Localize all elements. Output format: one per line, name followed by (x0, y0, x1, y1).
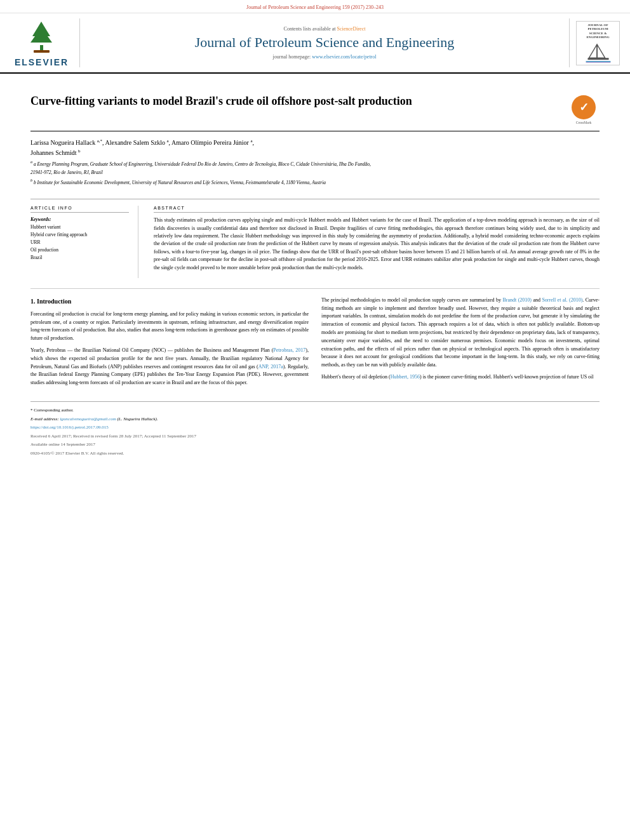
available-line: Available online 14 September 2017 (30, 441, 600, 448)
article-title-section: Curve-fitting variants to model Brazil's… (30, 84, 600, 131)
hubbert-link[interactable]: Hubbert, 1956 (391, 374, 420, 380)
body-text: 1. Introduction Forecasting oil producti… (30, 288, 600, 391)
crossmark-badge[interactable]: ✓ CrossMark (568, 94, 600, 126)
corresponding-author-note: * Corresponding author. (30, 407, 600, 414)
crossmark-check-icon: ✓ (579, 100, 589, 114)
article-info-abstract: ARTICLE INFO Keywords: Hubbert variant H… (30, 199, 600, 278)
copyright-line: 0920-4105/© 2017 Elsevier B.V. All right… (30, 450, 600, 457)
affiliation1b: 21941-972, Rio de Janeiro, RJ, Brazil (30, 170, 600, 177)
brandt-link[interactable]: Brandt (2010) (502, 297, 532, 303)
keyword-1: Hubbert variant (30, 223, 129, 231)
journal-logo-section: JOURNAL OFPETROLEUMSCIENCE &ENGINEERING (569, 18, 620, 67)
abstract-section: ABSTRACT This study estimates oil produc… (154, 206, 600, 272)
doi-line: https://doi.org/10.1016/j.petrol.2017.09… (30, 424, 600, 431)
section1-title: 1. Introduction (30, 297, 309, 307)
journal-homepage: journal homepage: www.elsevier.com/locat… (273, 54, 377, 60)
main-content: Curve-fitting variants to model Brazil's… (0, 74, 630, 469)
footnote-star: * Corresponding author. (30, 408, 74, 413)
journal-header-center: Contents lists available at ScienceDirec… (86, 18, 563, 67)
email-note: E-mail address: lgoncalvenogueira@gmail.… (30, 416, 600, 423)
journal-title: Journal of Petroleum Science and Enginee… (195, 34, 455, 51)
anp-link[interactable]: ANP, 2017a (258, 364, 283, 370)
journal-logo-icon (582, 41, 614, 63)
author-email[interactable]: lgoncalvenogueira@gmail.com (60, 417, 116, 422)
footer-section: * Corresponding author. E-mail address: … (30, 401, 600, 457)
keyword-5: Brazil (30, 254, 129, 262)
crossmark-label: CrossMark (576, 121, 591, 124)
petrobras-link[interactable]: Petrobras, 2017 (273, 347, 305, 353)
sciencedirect-link[interactable]: ScienceDirect (337, 26, 366, 32)
crossmark-circle: ✓ (572, 95, 596, 119)
abstract-text: This study estimates oil production curv… (154, 217, 600, 272)
authors-names2: Johannes Schmidt b (30, 149, 81, 156)
page: Journal of Petroleum Science and Enginee… (0, 0, 630, 840)
body-col-left: 1. Introduction Forecasting oil producti… (30, 297, 309, 391)
journal-logo-box: JOURNAL OFPETROLEUMSCIENCE &ENGINEERING (576, 21, 620, 65)
authors-line2: Johannes Schmidt b (30, 147, 600, 157)
svg-rect-6 (587, 58, 608, 60)
received-line: Received 6 April 2017; Received in revis… (30, 433, 600, 440)
body-col-right: The principal methodologies to model oil… (321, 297, 600, 391)
keyword-4: Oil production (30, 246, 129, 254)
email-label: E-mail address: (30, 417, 59, 422)
abstract-column: ABSTRACT This study estimates oil produc… (154, 206, 600, 278)
elsevier-logo-section: ELSEVIER (10, 18, 80, 67)
authors-section: Larissa Nogueira Hallack a,*, Alexandre … (30, 131, 600, 190)
article-info-header: ARTICLE INFO (30, 206, 129, 213)
body-p2: Yearly, Petrobras — the Brazilian Nation… (30, 347, 309, 387)
body-p1: Forecasting oil production is crucial fo… (30, 310, 309, 343)
affiliation2: b b Institute for Sustainable Economic D… (30, 178, 600, 186)
elsevier-logo: ELSEVIER (15, 18, 69, 67)
keyword-3: URR (30, 239, 129, 246)
article-title: Curve-fitting variants to model Brazil's… (30, 94, 412, 109)
affiliation1: a a Energy Planning Program, Graduate Sc… (30, 159, 600, 168)
journal-reference: Journal of Petroleum Science and Enginee… (246, 4, 384, 10)
elsevier-label: ELSEVIER (15, 57, 69, 67)
keywords-list: Hubbert variant Hybrid curve fitting app… (30, 223, 129, 262)
keyword-2: Hybrid curve fitting approach (30, 231, 129, 239)
homepage-label: journal homepage: (273, 54, 311, 60)
article-info-section: ARTICLE INFO Keywords: Hubbert variant H… (30, 206, 129, 262)
email-person: (L. Nogueira Hallack). (117, 417, 158, 422)
elsevier-tree-icon (21, 18, 62, 55)
svg-rect-4 (596, 44, 598, 57)
contents-text: Contents lists available at (284, 26, 336, 32)
article-info-column: ARTICLE INFO Keywords: Hubbert variant H… (30, 206, 138, 278)
doi-link[interactable]: https://doi.org/10.1016/j.petrol.2017.09… (30, 425, 109, 430)
journal-reference-bar: Journal of Petroleum Science and Enginee… (0, 0, 630, 13)
sciencedirect-line: Contents lists available at ScienceDirec… (284, 26, 366, 32)
abstract-header: ABSTRACT (154, 206, 600, 213)
homepage-url[interactable]: www.elsevier.com/locate/petrol (312, 54, 376, 60)
body-p3: The principal methodologies to model oil… (321, 297, 600, 370)
sorrell-link[interactable]: Sorrell et al. (2010) (542, 297, 582, 303)
body-p4: Hubbert's theory of oil depletion (Hubbe… (321, 373, 600, 382)
logo-title: JOURNAL OFPETROLEUMSCIENCE &ENGINEERING (586, 23, 609, 40)
authors-names: Larissa Nogueira Hallack a,*, Alexandre … (30, 139, 254, 146)
journal-header: ELSEVIER Contents lists available at Sci… (0, 13, 630, 74)
keywords-label: Keywords: (30, 217, 129, 222)
authors-line1: Larissa Nogueira Hallack a,*, Alexandre … (30, 138, 600, 147)
svg-rect-3 (34, 50, 50, 53)
